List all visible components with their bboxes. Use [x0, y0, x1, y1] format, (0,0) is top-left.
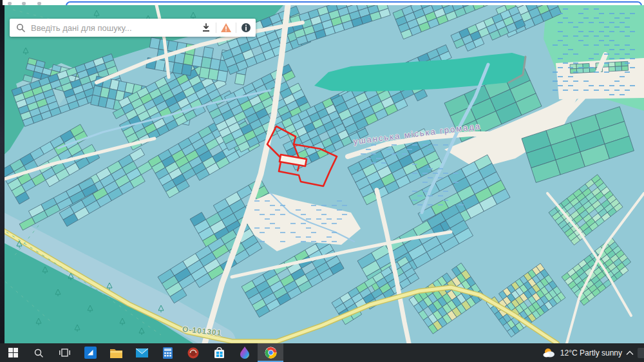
app-red-button[interactable] [180, 343, 206, 362]
task-view-icon [59, 348, 70, 357]
paint3d-button[interactable] [232, 343, 258, 362]
chrome-icon [265, 347, 277, 359]
screen-bezel-edge [0, 5, 5, 343]
taskbar-search-button[interactable] [26, 343, 52, 362]
chrome-button[interactable] [258, 343, 283, 362]
info-icon [241, 23, 251, 33]
search-input[interactable] [31, 23, 196, 33]
mail-button[interactable] [129, 343, 155, 362]
task-view-button[interactable] [52, 343, 77, 362]
calculator-icon [163, 347, 173, 359]
file-explorer-icon [110, 348, 122, 358]
download-button[interactable] [196, 19, 216, 36]
map-svg [0, 0, 644, 362]
weather-icon [542, 347, 556, 359]
mail-icon [136, 348, 148, 357]
reload-icon[interactable] [37, 2, 41, 5]
paint3d-icon [240, 347, 250, 359]
address-bar[interactable] [66, 1, 642, 5]
tray-partial-icon[interactable] [638, 348, 644, 358]
forward-icon[interactable] [22, 2, 26, 5]
search-icon [16, 23, 26, 33]
map-search-bar[interactable] [10, 19, 256, 37]
search-glyph-icon [33, 348, 44, 358]
calculator-button[interactable] [155, 343, 180, 362]
warning-button[interactable] [216, 19, 236, 36]
warning-icon [220, 23, 232, 33]
info-button[interactable] [236, 19, 256, 36]
store-button[interactable] [206, 343, 232, 362]
chevron-up-icon[interactable] [626, 350, 634, 356]
app-blue-icon [84, 347, 97, 359]
back-icon[interactable] [8, 2, 12, 5]
browser-toolbar-sliver[interactable] [0, 0, 644, 5]
file-explorer-button[interactable] [103, 343, 129, 362]
screen: ушанська міська громада О-101301 [0, 0, 644, 362]
store-icon [214, 347, 225, 359]
window-edge [0, 0, 3, 5]
weather-widget[interactable]: 12°C Partly sunny [560, 348, 622, 357]
start-button[interactable] [0, 343, 26, 362]
taskbar: 12°C Partly sunny [0, 343, 644, 362]
map-canvas[interactable]: ушанська міська громада О-101301 [0, 0, 644, 362]
download-icon [201, 23, 211, 33]
app-red-icon [187, 347, 199, 359]
app-blue-button[interactable] [77, 343, 103, 362]
windows-logo-icon [8, 348, 18, 357]
